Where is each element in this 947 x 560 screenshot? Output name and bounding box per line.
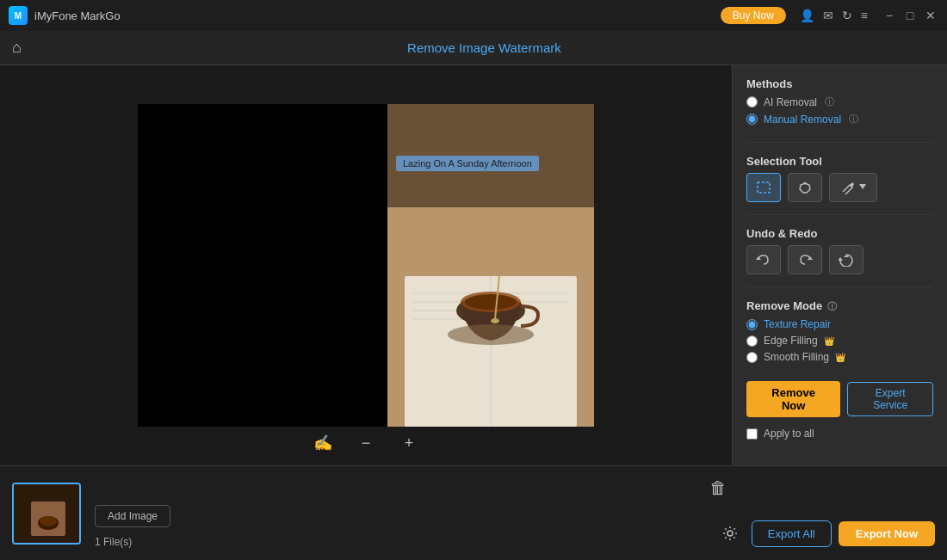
menu-icon[interactable]: ≡ — [861, 9, 868, 22]
smooth-filling-premium-icon: 👑 — [835, 353, 845, 362]
export-all-button[interactable]: Export All — [752, 520, 832, 547]
texture-repair-label: Texture Repair — [764, 318, 831, 330]
zoom-out-button[interactable]: − — [352, 429, 380, 457]
watermark-label: Lazing On A Sunday Afternoon — [396, 156, 539, 171]
canvas-toolbar: ✍ − + — [0, 429, 732, 457]
zoom-in-button[interactable]: + — [395, 429, 423, 457]
export-now-button[interactable]: Export Now — [839, 521, 935, 546]
reset-icon — [839, 253, 854, 267]
canvas-photo: Lazing On A Sunday Afternoon — [387, 104, 594, 427]
window-controls: − □ ✕ — [882, 9, 938, 22]
rect-select-button[interactable] — [746, 173, 781, 202]
refresh-icon[interactable]: ↻ — [842, 9, 852, 22]
svg-point-12 — [465, 294, 517, 310]
reset-button[interactable] — [829, 245, 863, 274]
file-count-label: 1 File(s) — [95, 536, 132, 548]
methods-section: Methods AI Removal ⓘ Manual Removal ⓘ — [746, 77, 933, 130]
manual-removal-radio[interactable] — [746, 114, 758, 125]
smooth-filling-label: Smooth Filling — [764, 351, 829, 363]
svg-rect-16 — [758, 182, 770, 193]
edge-filling-label: Edge Filling — [764, 335, 818, 347]
ai-removal-row: AI Removal ⓘ — [746, 95, 933, 108]
apply-all-checkbox[interactable] — [746, 428, 758, 440]
svg-point-27 — [727, 531, 733, 536]
remove-now-button[interactable]: Remove Now — [746, 381, 840, 417]
lasso-select-icon — [797, 181, 813, 194]
edge-filling-radio[interactable] — [746, 335, 758, 347]
methods-title: Methods — [746, 77, 933, 90]
texture-repair-row: Texture Repair — [746, 318, 933, 330]
file-thumbnail[interactable] — [12, 483, 81, 545]
smooth-filling-radio[interactable] — [746, 352, 758, 363]
texture-repair-radio[interactable] — [746, 319, 758, 330]
app-title-label: iMyFone MarkGo — [34, 9, 121, 22]
settings-button[interactable] — [715, 519, 745, 548]
photo-inner: Lazing On A Sunday Afternoon — [387, 104, 594, 427]
remove-mode-help-icon[interactable]: ⓘ — [827, 301, 837, 311]
remove-mode-title: Remove Mode ⓘ — [746, 299, 933, 313]
thumbnail-svg — [14, 484, 81, 545]
hand-tool-button[interactable]: ✍ — [309, 429, 337, 457]
main-area: Lazing On A Sunday Afternoon ✍ − + Metho… — [0, 65, 947, 465]
settings-icon — [721, 525, 739, 542]
edge-filling-row: Edge Filling 👑 — [746, 335, 933, 347]
minimize-button[interactable]: − — [882, 9, 897, 22]
undo-redo-title: Undo & Redo — [746, 227, 933, 240]
ai-removal-radio[interactable] — [746, 96, 758, 108]
manual-removal-help-icon[interactable]: ⓘ — [849, 113, 858, 126]
ai-removal-label: AI Removal — [764, 96, 817, 108]
svg-point-17 — [804, 182, 807, 185]
undo-redo-tools-group — [746, 245, 933, 274]
svg-point-15 — [491, 318, 499, 323]
redo-icon — [797, 253, 813, 267]
titlebar-icons: 👤 ✉ ↻ ≡ — [800, 9, 868, 22]
photo-svg — [387, 104, 594, 427]
selection-tool-section: Selection Tool — [746, 155, 933, 202]
delete-file-icon[interactable]: 🗑 — [709, 478, 727, 498]
image-canvas: Lazing On A Sunday Afternoon — [138, 104, 594, 427]
undo-redo-section: Undo & Redo — [746, 227, 933, 274]
smooth-filling-row: Smooth Filling 👑 — [746, 351, 933, 363]
add-image-button[interactable]: Add Image — [95, 505, 170, 527]
bottom-bar: Add Image 1 File(s) 🗑 Export All Export … — [0, 465, 947, 560]
manual-removal-label: Manual Removal — [764, 114, 841, 126]
page-title: Remove Image Watermark — [34, 40, 935, 55]
svg-point-13 — [448, 324, 534, 345]
right-panel: Methods AI Removal ⓘ Manual Removal ⓘ Se… — [732, 65, 947, 465]
lasso-select-button[interactable] — [788, 173, 822, 202]
svg-marker-18 — [859, 184, 866, 189]
home-icon[interactable]: ⌂ — [12, 39, 22, 57]
selection-tools-group — [746, 173, 933, 202]
thumbnail-image — [14, 484, 79, 543]
user-icon[interactable]: 👤 — [800, 9, 814, 22]
brush-select-button[interactable] — [829, 173, 877, 202]
mail-icon[interactable]: ✉ — [823, 9, 833, 22]
brush-dropdown-icon — [859, 184, 866, 191]
manual-removal-row: Manual Removal ⓘ — [746, 113, 933, 126]
expert-service-button[interactable]: Expert Service — [847, 382, 933, 416]
apply-all-row: Apply to all — [746, 428, 933, 440]
bottom-right-actions: Export All Export Now — [715, 519, 935, 548]
buy-now-button[interactable]: Buy Now — [721, 7, 786, 24]
apply-all-label: Apply to all — [764, 428, 814, 440]
undo-icon — [756, 253, 771, 267]
rect-select-icon — [756, 181, 771, 194]
canvas-left-bg — [138, 104, 387, 427]
edge-filling-premium-icon: 👑 — [824, 336, 834, 346]
headerbar: ⌂ Remove Image Watermark — [0, 31, 947, 65]
undo-button[interactable] — [746, 245, 781, 274]
app-logo: M — [9, 6, 28, 25]
remove-mode-section: Remove Mode ⓘ Texture Repair Edge Fillin… — [746, 299, 933, 367]
close-button[interactable]: ✕ — [923, 9, 938, 22]
ai-removal-help-icon[interactable]: ⓘ — [825, 95, 834, 108]
maximize-button[interactable]: □ — [902, 9, 918, 22]
titlebar: M iMyFone MarkGo Buy Now 👤 ✉ ↻ ≡ − □ ✕ — [0, 0, 947, 31]
svg-marker-21 — [839, 257, 843, 261]
selection-tool-title: Selection Tool — [746, 155, 933, 168]
action-buttons-row: Remove Now Expert Service — [746, 381, 933, 417]
redo-button[interactable] — [788, 245, 822, 274]
brush-select-icon — [840, 181, 856, 194]
canvas-area[interactable]: Lazing On A Sunday Afternoon ✍ − + — [0, 65, 732, 465]
svg-point-26 — [40, 516, 57, 526]
